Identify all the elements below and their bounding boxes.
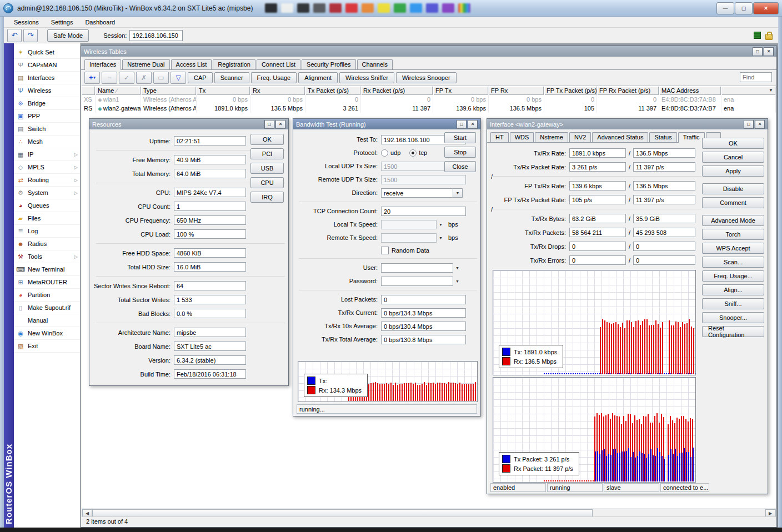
interface-tab[interactable]: Traffic xyxy=(678,132,705,143)
interface-tab[interactable]: Nstreme xyxy=(535,132,568,142)
sidebar-item[interactable]: ∴ Mesh xyxy=(14,135,80,148)
wireless-tool-button[interactable]: Wireless Snooper xyxy=(396,72,457,83)
menu-item[interactable]: Sessions xyxy=(8,18,44,27)
wireless-tab[interactable]: Channels xyxy=(357,59,393,69)
wireless-tool-button[interactable]: CAP xyxy=(188,72,213,83)
enable-icon[interactable]: ✓ xyxy=(119,72,134,84)
direction-dropdown-icon[interactable]: ▼ xyxy=(453,188,463,198)
find-input[interactable] xyxy=(740,72,772,82)
sidebar-item[interactable]: ✶ Quick Set xyxy=(14,46,80,59)
resources-button[interactable]: PCI xyxy=(250,148,284,159)
filter-icon[interactable]: ▽ xyxy=(171,72,186,84)
sidebar-item[interactable]: ? Manual xyxy=(14,314,80,327)
user-input[interactable] xyxy=(381,263,453,273)
redo-icon[interactable]: ↷ xyxy=(23,29,38,42)
bandwidth-test-button[interactable]: Start xyxy=(444,132,476,143)
sidebar-item[interactable]: ⚒ Tools ▷ xyxy=(14,250,80,263)
wireless-tool-button[interactable]: Scanner xyxy=(214,72,249,83)
add-icon[interactable]: +▾ xyxy=(84,72,100,84)
maximize-button[interactable]: ▢ xyxy=(735,2,753,14)
sidebar-item[interactable]: ※ Bridge xyxy=(14,97,80,110)
sidebar-item[interactable]: Ψ CAPsMAN xyxy=(14,59,80,72)
interface-button[interactable]: Scan... xyxy=(702,257,764,268)
protocol-udp-radio[interactable]: udp xyxy=(381,149,400,157)
interface-button[interactable]: Torch xyxy=(702,229,764,240)
close-icon[interactable]: ✕ xyxy=(764,47,774,56)
wireless-tab[interactable]: Access List xyxy=(171,59,212,69)
tcp-connection-count-input[interactable]: 20 xyxy=(381,207,466,216)
horizontal-scrollbar[interactable]: ◀ ▶ xyxy=(82,509,776,517)
sidebar-item[interactable]: ▰ Files xyxy=(14,212,80,225)
password-input[interactable] xyxy=(381,277,453,286)
wireless-tab[interactable]: Nstreme Dual xyxy=(122,59,169,69)
minimize-button[interactable]: — xyxy=(716,2,734,14)
interface-tab[interactable]: Advanced Status xyxy=(592,132,648,142)
close-button[interactable]: ✕ xyxy=(753,2,779,14)
close-icon[interactable]: ✕ xyxy=(275,120,285,129)
table-row[interactable]: XS ◈wlan1 Wireless (Atheros AR9... 0 bps… xyxy=(82,95,776,104)
interface-tab[interactable]: HT xyxy=(490,132,509,142)
wireless-tab[interactable]: Interfaces xyxy=(84,59,121,70)
maximize-icon[interactable]: ◻ xyxy=(457,120,467,129)
remove-icon[interactable]: − xyxy=(102,72,117,84)
sidebar-item[interactable]: ◇ MPLS ▷ xyxy=(14,161,80,174)
session-input[interactable] xyxy=(129,30,183,41)
interface-button[interactable]: Cancel xyxy=(702,152,764,163)
interface-button[interactable]: Comment xyxy=(702,197,764,208)
menu-item[interactable]: Settings xyxy=(46,18,79,27)
sidebar-item[interactable]: ⚙ System ▷ xyxy=(14,187,80,199)
interface-button[interactable]: Align... xyxy=(702,284,764,295)
interface-button[interactable]: WPS Accept xyxy=(702,243,764,254)
interface-button[interactable]: Freq. Usage... xyxy=(702,270,764,282)
interface-button[interactable]: Sniff... xyxy=(702,298,764,309)
interface-button[interactable]: Apply xyxy=(702,165,764,177)
wireless-tool-button[interactable]: Alignment xyxy=(298,72,338,83)
resources-titlebar[interactable]: Resources ◻ ✕ xyxy=(89,119,288,129)
maximize-icon[interactable]: ◻ xyxy=(744,120,754,129)
direction-select[interactable]: receive xyxy=(381,188,453,198)
safe-mode-button[interactable]: Safe Mode xyxy=(47,29,89,42)
wireless-tab[interactable]: Connect List xyxy=(257,59,300,69)
table-row[interactable]: RS ◈wlan2-gateway Wireless (Atheros AR9.… xyxy=(82,104,776,113)
sidebar-item[interactable]: ▦ IP ▷ xyxy=(14,148,80,161)
interface-button[interactable]: Advanced Mode xyxy=(702,215,764,226)
undo-icon[interactable]: ↶ xyxy=(7,29,22,42)
menu-item[interactable]: Dashboard xyxy=(79,18,121,27)
maximize-icon[interactable]: ◻ xyxy=(753,47,763,56)
interface-tab[interactable]: Status xyxy=(649,132,676,142)
sidebar-item[interactable]: ▧ Exit xyxy=(14,340,80,353)
bandwidth-test-button[interactable]: Close xyxy=(444,161,476,172)
table-header[interactable]: Name∕ Type Tx Rx Tx Packet (p/s) Rx Pack… xyxy=(82,86,776,95)
bandwidth-test-titlebar[interactable]: Bandwidth Test (Running) ◻ ✕ xyxy=(293,119,480,129)
interface-button[interactable]: Disable xyxy=(702,183,764,194)
resources-button[interactable]: USB xyxy=(250,163,284,174)
wireless-tables-titlebar[interactable]: Wireless Tables ◻ ✕ xyxy=(81,46,776,57)
sidebar-item[interactable]: ≣ Log xyxy=(14,225,80,238)
close-icon[interactable]: ✕ xyxy=(755,120,765,129)
protocol-tcp-radio[interactable]: tcp xyxy=(409,149,427,157)
interface-tab[interactable]: WDS xyxy=(510,132,534,142)
sidebar-item[interactable]: ▤ Interfaces xyxy=(14,72,80,84)
interface-tab[interactable]: NV2 xyxy=(569,132,591,142)
wireless-tab[interactable]: Security Profiles xyxy=(302,59,355,69)
wireless-tool-button[interactable]: Wireless Sniffer xyxy=(339,72,394,83)
interface-titlebar[interactable]: Interface <wlan2-gateway> ◻ ✕ xyxy=(487,119,768,129)
column-picker-icon[interactable]: ▼ xyxy=(769,86,773,95)
password-dropdown-icon[interactable]: ▼ xyxy=(453,277,462,286)
comment-icon[interactable]: ▭ xyxy=(153,72,169,84)
user-dropdown-icon[interactable]: ▼ xyxy=(453,263,462,273)
interface-button[interactable]: Reset Configuration xyxy=(702,326,764,337)
sidebar-item[interactable]: ⊞ MetaROUTER xyxy=(14,276,80,289)
resources-button[interactable]: IRQ xyxy=(250,192,284,203)
sidebar-item[interactable]: ▤ Switch xyxy=(14,123,80,135)
resources-button[interactable]: CPU xyxy=(250,177,284,188)
close-icon[interactable]: ✕ xyxy=(468,120,478,129)
interface-button[interactable]: OK xyxy=(702,138,764,149)
sidebar-item[interactable]: Ψ Wireless xyxy=(14,84,80,97)
sidebar-item[interactable]: ◉ New WinBox xyxy=(14,327,80,340)
wireless-tab[interactable]: Registration xyxy=(213,59,255,69)
sidebar-item[interactable]: ▣ PPP xyxy=(14,110,80,123)
random-data-checkbox[interactable] xyxy=(381,247,389,254)
wireless-tool-button[interactable]: Freq. Usage xyxy=(251,72,297,83)
disable-icon[interactable]: ✗ xyxy=(136,72,152,84)
